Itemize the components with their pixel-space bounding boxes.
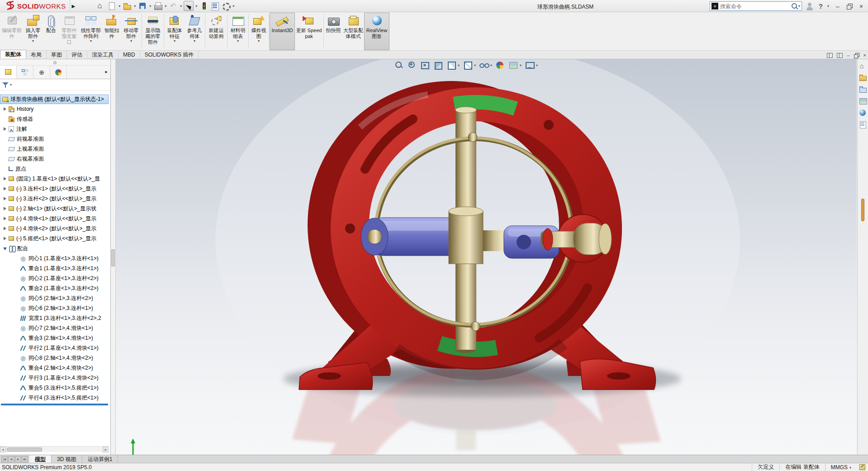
help-icon[interactable]: ? bbox=[819, 2, 823, 10]
ribbon-update-speedpak[interactable]: 更新 Speedpak bbox=[295, 13, 323, 50]
expand-arrow-icon[interactable] bbox=[3, 216, 8, 221]
toolbar-expand-arrow-icon[interactable]: ▶ bbox=[72, 4, 76, 9]
ribbon-new-motion-study[interactable]: 新建运动算例 bbox=[206, 13, 227, 50]
ribbon-large-assembly-mode[interactable]: 大型装配体模式 bbox=[342, 13, 364, 50]
mate-width1[interactable]: 宽度1 (3.连杆<1>,3.连杆<2>,2 bbox=[0, 313, 110, 323]
view-palette-icon[interactable] bbox=[859, 97, 867, 105]
view-orientation-icon[interactable] bbox=[446, 61, 456, 70]
tree-item-link2-component[interactable]: (-) 3.连杆<2> (默认<<默认>_显示 bbox=[0, 194, 110, 204]
expand-arrow-icon[interactable] bbox=[3, 196, 8, 201]
mate-coincident4[interactable]: 重合4 (2.轴<1>,4.滑块<2>) bbox=[0, 363, 110, 373]
dropdown-icon[interactable]: ▾ bbox=[237, 39, 239, 43]
ribbon-show-hidden-components[interactable]: 显示隐藏的零部件 bbox=[142, 13, 163, 50]
options-gear-icon[interactable] bbox=[221, 1, 231, 11]
tree-item-slider2-component[interactable]: (-) 4.滑块<2> (默认<<默认>_显示 bbox=[0, 224, 110, 233]
tree-item-slider1-component[interactable]: (-) 4.滑块<1> (默认<<默认>_显示 bbox=[0, 214, 110, 224]
appearances-icon[interactable] bbox=[859, 109, 867, 117]
ribbon-take-snapshot[interactable]: 拍快照 bbox=[324, 13, 342, 50]
zoom-to-area-icon[interactable] bbox=[407, 61, 417, 70]
search-icon[interactable] bbox=[791, 3, 798, 10]
ribbon-insert-component[interactable]: 插入零部件 ▾ bbox=[23, 13, 43, 50]
mate-concentric1[interactable]: 同心1 (1.基座<1>,3.连杆<1>) bbox=[0, 253, 110, 263]
next-tab-icon[interactable]: ▸ bbox=[15, 456, 21, 462]
tab-solidworks-addins[interactable]: SOLIDWORKS 插件 bbox=[140, 51, 199, 59]
ribbon-exploded-view[interactable]: 爆炸视图 ▾ bbox=[249, 13, 268, 50]
tree-item-crank-component[interactable]: (-) 5.摇把<1> (默认<<默认>_显示 bbox=[0, 233, 110, 243]
collapse-arrow-icon[interactable] bbox=[3, 246, 8, 251]
hide-show-items-icon[interactable] bbox=[479, 61, 489, 70]
mate-coincident5[interactable]: 重合5 (3.连杆<1>,5.摇把<1>) bbox=[0, 383, 110, 393]
filter-icon[interactable] bbox=[2, 82, 9, 88]
expand-arrow-icon[interactable] bbox=[3, 186, 8, 191]
tree-horizontal-scrollbar[interactable]: ◂ ▸ bbox=[0, 446, 109, 452]
tree-item-origin[interactable]: 原点 bbox=[0, 164, 110, 174]
ribbon-mate[interactable]: 配合 bbox=[43, 13, 59, 50]
ribbon-move-component[interactable]: 移动零部件 ▾ bbox=[121, 13, 141, 50]
mate-concentric6[interactable]: 同心6 (2.轴<1>,3.连杆<1>) bbox=[0, 303, 110, 313]
split-pane-left-icon[interactable] bbox=[827, 53, 833, 58]
dropdown-icon[interactable]: ▾ bbox=[194, 39, 195, 43]
dropdown-icon[interactable]: ▾ bbox=[258, 39, 260, 43]
tree-item-sensors[interactable]: 传感器 bbox=[0, 114, 110, 124]
graphics-viewport[interactable]: ▾ ▾ ▾ ▾ ▾ Z X bbox=[116, 59, 857, 455]
tree-item-base-component[interactable]: (固定) 1.基座<1> (默认<<默认>_显 bbox=[0, 174, 110, 184]
open-icon[interactable] bbox=[122, 1, 132, 11]
restore-button[interactable] bbox=[846, 3, 853, 10]
expand-arrow-icon[interactable] bbox=[3, 226, 8, 231]
tab-display-manager[interactable] bbox=[50, 66, 67, 79]
tab-assembly[interactable]: 装配体 bbox=[0, 50, 26, 59]
panel-splitter[interactable] bbox=[0, 59, 110, 66]
zoom-fit-icon[interactable] bbox=[394, 61, 404, 70]
scrollbar-thumb[interactable] bbox=[7, 447, 42, 452]
tab-mbd[interactable]: MBD bbox=[119, 51, 140, 59]
tree-item-right-plane[interactable]: 右视基准面 bbox=[0, 154, 110, 164]
design-library-icon[interactable] bbox=[859, 74, 867, 81]
dropdown-icon[interactable]: ▾ bbox=[32, 39, 34, 43]
tab-feature-manager[interactable] bbox=[0, 66, 17, 79]
tab-evaluate[interactable]: 评估 bbox=[67, 51, 87, 59]
close-button[interactable]: × bbox=[857, 3, 865, 10]
ribbon-smart-fasteners[interactable]: 智能扣件 bbox=[102, 13, 121, 50]
ribbon-linear-pattern[interactable]: 线性零部件阵列 ▾ bbox=[80, 13, 102, 50]
splitter-handle-icon[interactable] bbox=[53, 61, 57, 64]
mate-coincident2[interactable]: 重合2 (1.基座<1>,3.连杆<2>) bbox=[0, 283, 110, 293]
search-input[interactable] bbox=[720, 3, 791, 10]
mate-parallel3[interactable]: 平行3 (1.基座<1>,4.滑块<2>) bbox=[0, 373, 110, 383]
ribbon-assembly-features[interactable]: 装配体特征 ▾ bbox=[165, 13, 185, 50]
apply-scene-icon[interactable] bbox=[508, 61, 518, 70]
rollback-bar[interactable] bbox=[1, 404, 108, 405]
panel-tabs-more-icon[interactable]: ▸ bbox=[105, 69, 108, 75]
tree-item-mates-folder[interactable]: 配合 bbox=[0, 243, 110, 253]
split-pane-right-icon[interactable] bbox=[837, 53, 843, 58]
tree-root-assembly[interactable]: 球形滑块曲柄 (默认<默认_显示状态-1> bbox=[0, 95, 109, 104]
edit-appearance-icon[interactable] bbox=[495, 61, 505, 70]
tab-render-tools[interactable]: 渲染工具 bbox=[87, 51, 119, 59]
tree-item-top-plane[interactable]: 上视基准面 bbox=[0, 144, 110, 154]
tab-sketch[interactable]: 草图 bbox=[47, 51, 67, 59]
mate-concentric2[interactable]: 同心2 (1.基座<1>,3.连杆<2>) bbox=[0, 273, 110, 283]
last-tab-icon[interactable]: ▸| bbox=[22, 456, 28, 462]
home-icon[interactable] bbox=[96, 1, 106, 11]
tab-motion-study-1[interactable]: 运动算例1 bbox=[82, 455, 119, 463]
pane-scroll-thumb[interactable] bbox=[861, 199, 864, 221]
new-document-icon[interactable] bbox=[107, 1, 117, 11]
scroll-left-icon[interactable]: ◂ bbox=[0, 447, 6, 452]
scrollbar-thumb[interactable] bbox=[111, 249, 115, 266]
doc-restore-button[interactable] bbox=[854, 53, 859, 58]
first-tab-icon[interactable]: |◂ bbox=[1, 456, 8, 462]
tree-item-link1-component[interactable]: (-) 3.连杆<1> (默认<<默认>_显示 bbox=[0, 184, 110, 194]
dropdown-icon[interactable]: ▾ bbox=[130, 39, 132, 43]
custom-properties-icon[interactable] bbox=[859, 121, 867, 128]
file-properties-icon[interactable] bbox=[210, 1, 220, 11]
display-style-icon[interactable] bbox=[463, 61, 473, 70]
section-view-icon[interactable] bbox=[433, 61, 443, 70]
search-dropdown-icon[interactable]: ▾ bbox=[798, 4, 800, 8]
rebuild-icon[interactable] bbox=[199, 1, 209, 11]
mate-concentric5[interactable]: 同心5 (2.轴<1>,3.连杆<2>) bbox=[0, 293, 110, 303]
tree-item-shaft-component[interactable]: (-) 2.轴<1> (默认<<默认>_显示状 bbox=[0, 204, 110, 214]
expand-arrow-icon[interactable] bbox=[3, 236, 8, 241]
user-account-icon[interactable] bbox=[805, 1, 814, 11]
expand-arrow-icon[interactable] bbox=[3, 206, 8, 211]
tab-3d-views[interactable]: 3D 视图 bbox=[52, 455, 82, 463]
tree-item-history[interactable]: History bbox=[0, 104, 110, 114]
